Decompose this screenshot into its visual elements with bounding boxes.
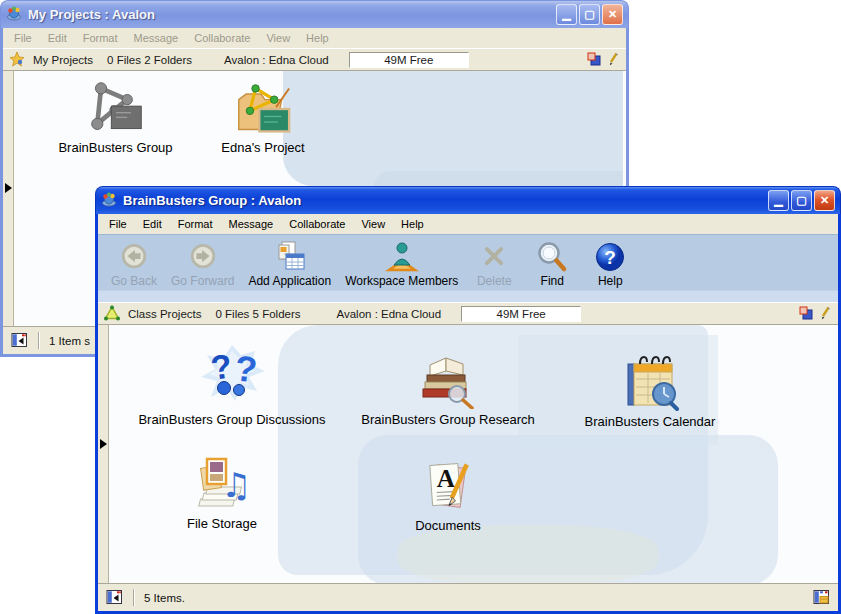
menu-format[interactable]: Format xyxy=(75,30,126,46)
toggle-panel-icon[interactable] xyxy=(106,589,123,607)
free-space-indicator: 49M Free xyxy=(349,52,469,68)
svg-text:?: ? xyxy=(233,347,260,390)
menu-collaborate[interactable]: Collaborate xyxy=(186,30,258,46)
go-back-icon xyxy=(119,240,149,274)
info-bar: Class Projects 0 Files 5 Folders Avalon … xyxy=(98,302,838,325)
file-storage-icon: ♫ xyxy=(112,453,332,513)
item-label: BrainBusters Group Research xyxy=(338,412,558,427)
menu-collaborate[interactable]: Collaborate xyxy=(281,216,353,232)
layers-icon[interactable] xyxy=(799,306,813,322)
maximize-button[interactable]: ▢ xyxy=(791,190,812,211)
project-folder-icon xyxy=(163,81,363,137)
minimize-button[interactable]: ▁ xyxy=(768,190,789,211)
menu-format[interactable]: Format xyxy=(170,216,221,232)
app-item-research[interactable]: BrainBusters Group Research xyxy=(338,349,558,427)
pencil-icon[interactable] xyxy=(819,306,832,322)
help-icon: ? xyxy=(594,240,626,274)
app-item-discussions[interactable]: ? ? BrainBusters Group Discussions xyxy=(122,343,342,427)
close-button[interactable]: ✕ xyxy=(814,190,835,211)
menu-edit[interactable]: Edit xyxy=(135,216,170,232)
window-brainbusters-group: BrainBusters Group : Avalon ▁ ▢ ✕ File E… xyxy=(95,186,841,614)
status-text: 5 Items. xyxy=(144,592,185,604)
status-text: 1 Item s xyxy=(49,335,90,347)
go-back-button: Go Back xyxy=(106,238,162,290)
counts-label: 0 Files 2 Folders xyxy=(107,54,192,66)
item-label: BrainBusters Calendar xyxy=(540,414,760,429)
app-icon xyxy=(101,191,117,211)
documents-icon: A xyxy=(338,457,558,515)
info-bar: My Projects 0 Files 2 Folders Avalon : E… xyxy=(3,48,626,71)
sidebar-rail xyxy=(98,325,109,583)
desktop: { "back_window": { "title": "My Projects… xyxy=(0,0,841,614)
minimize-button[interactable]: ▁ xyxy=(556,4,577,25)
menu-bar: File Edit Format Message Collaborate Vie… xyxy=(3,28,626,48)
maximize-button[interactable]: ▢ xyxy=(579,4,600,25)
menu-bar: File Edit Format Message Collaborate Vie… xyxy=(98,214,838,234)
find-button[interactable]: Find xyxy=(525,238,579,290)
menu-file[interactable]: File xyxy=(6,30,40,46)
menu-help[interactable]: Help xyxy=(393,216,432,232)
status-bar: 5 Items. xyxy=(98,583,838,611)
titlebar[interactable]: BrainBusters Group : Avalon ▁ ▢ ✕ xyxy=(95,186,841,214)
counts-label: 0 Files 5 Folders xyxy=(216,308,301,320)
account-label: Avalon : Edna Cloud xyxy=(224,54,329,66)
menu-file[interactable]: File xyxy=(101,216,135,232)
research-books-icon xyxy=(338,349,558,409)
menu-view[interactable]: View xyxy=(353,216,393,232)
location-label: My Projects xyxy=(33,54,93,66)
go-forward-button: Go Forward xyxy=(166,238,239,290)
menu-message[interactable]: Message xyxy=(221,216,282,232)
workspace-star-icon xyxy=(9,51,25,69)
toggle-panel-icon[interactable] xyxy=(11,332,28,350)
workspace-members-icon xyxy=(385,240,419,274)
account-label: Avalon : Edna Cloud xyxy=(337,308,442,320)
menu-help[interactable]: Help xyxy=(298,30,337,46)
add-application-icon xyxy=(273,240,307,274)
view-toggle-icon[interactable] xyxy=(813,589,830,607)
item-label: Edna's Project xyxy=(163,140,363,155)
pencil-icon[interactable] xyxy=(607,52,620,68)
go-forward-icon xyxy=(188,240,218,274)
item-label: Documents xyxy=(338,518,558,533)
item-label: BrainBusters Group Discussions xyxy=(122,412,342,427)
button-label: Help xyxy=(598,274,623,288)
free-space-indicator: 49M Free xyxy=(461,306,581,322)
layers-icon[interactable] xyxy=(587,52,601,68)
svg-text:?: ? xyxy=(604,247,616,268)
discussions-icon: ? ? xyxy=(122,343,342,409)
workspace-members-button[interactable]: Workspace Members xyxy=(340,238,463,290)
app-item-file-storage[interactable]: ♫ File Storage xyxy=(112,453,332,531)
find-icon xyxy=(536,240,568,274)
menu-message[interactable]: Message xyxy=(126,30,187,46)
button-label: Delete xyxy=(477,274,512,288)
window-title: My Projects : Avalon xyxy=(28,7,556,22)
location-label: Class Projects xyxy=(128,308,202,320)
button-label: Workspace Members xyxy=(345,274,458,288)
delete-button: Delete xyxy=(467,238,521,290)
folder-content-class-projects: ? ? BrainBusters Group Discussions xyxy=(98,325,838,583)
add-application-button[interactable]: Add Application xyxy=(243,238,336,290)
app-item-documents[interactable]: A Documents xyxy=(338,457,558,533)
titlebar[interactable]: My Projects : Avalon ▁ ▢ ✕ xyxy=(0,0,629,28)
menu-view[interactable]: View xyxy=(258,30,298,46)
item-label: File Storage xyxy=(112,516,332,531)
folder-item-ednas-project[interactable]: Edna's Project xyxy=(163,81,363,155)
delete-icon xyxy=(480,240,508,274)
sidebar-expand-arrow[interactable] xyxy=(5,183,12,193)
sidebar-expand-arrow[interactable] xyxy=(100,439,107,449)
close-button[interactable]: ✕ xyxy=(602,4,623,25)
toolbar: Go Back Go Forward xyxy=(98,234,838,302)
button-label: Go Forward xyxy=(171,274,234,288)
calendar-icon xyxy=(540,351,760,411)
svg-text:♫: ♫ xyxy=(221,465,251,505)
window-title: BrainBusters Group : Avalon xyxy=(123,193,768,208)
app-icon xyxy=(6,5,22,25)
button-label: Find xyxy=(541,274,564,288)
svg-text:A: A xyxy=(437,464,456,492)
app-item-calendar[interactable]: BrainBusters Calendar xyxy=(540,351,760,429)
help-button[interactable]: ? Help xyxy=(583,238,637,290)
button-label: Add Application xyxy=(248,274,331,288)
workspace-triangle-icon xyxy=(104,305,120,323)
button-label: Go Back xyxy=(111,274,157,288)
menu-edit[interactable]: Edit xyxy=(40,30,75,46)
